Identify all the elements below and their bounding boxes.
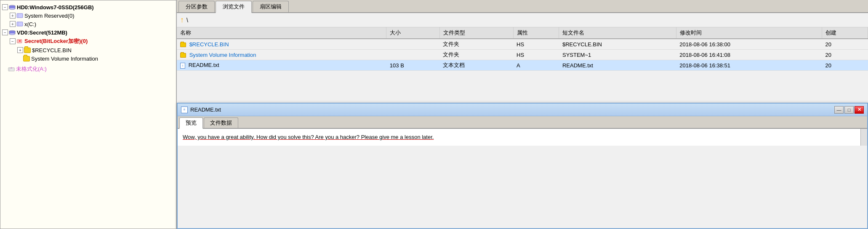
folder-icon-recycle	[24, 47, 31, 53]
cell-size-readme: 103 B	[386, 60, 440, 71]
cell-name: $RECYCLE.BIN	[177, 39, 386, 50]
col-modified[interactable]: 修改时间	[676, 27, 822, 39]
cell-modified-svi: 2018-08-06 16:41:08	[676, 50, 822, 60]
cell-name-readme: ≡ README.txt	[177, 60, 386, 71]
tree-item-secret-bitlocker[interactable]: − ✕ Secret(BitLocker加密)(0)	[8, 37, 176, 46]
partition-icon-xc	[16, 21, 23, 27]
svg-point-2	[9, 8, 15, 9]
table-row-readme[interactable]: ≡ README.txt 103 B 文本文档 A README.txt 201…	[177, 60, 868, 71]
tree-label-unformat: 未格式化(A:)	[16, 65, 47, 73]
readme-title-icon: ≡	[181, 107, 188, 113]
cell-created-svi: 20	[822, 50, 868, 60]
tree-item-system-reserved[interactable]: + System Reserved(0)	[8, 11, 176, 20]
expand-vd0[interactable]: −	[2, 29, 8, 35]
path-bar: ↑ \	[177, 13, 868, 27]
readme-scrollbar[interactable]	[860, 129, 867, 146]
tree-label-system-reserved: System Reserved(0)	[24, 13, 74, 19]
table-header-row: 名称 大小 文件类型 属性 短文件名 修改时间 创建	[177, 27, 868, 39]
readme-tab-preview[interactable]: 预览	[179, 117, 203, 129]
cell-short-svi: SYSTEM~1	[559, 50, 676, 60]
readme-titlebar: ≡ README.txt — □ ✕	[178, 104, 867, 116]
cell-short-recycle: $RECYCLE.BIN	[559, 39, 676, 50]
file-name-svi: System Volume Information	[189, 52, 256, 58]
svg-rect-5	[17, 22, 23, 26]
expand-system-reserved[interactable]: +	[10, 13, 16, 19]
readme-content: Wow, you have a great ability. How did y…	[178, 129, 867, 146]
disk-icon-hd0	[9, 4, 16, 11]
svg-point-9	[9, 33, 15, 35]
tab-browse-files[interactable]: 浏览文件	[216, 1, 252, 13]
folder-icon-recycle-bin	[180, 43, 186, 47]
file-browser: ↑ \ 名称 大小 文件类型 属性 短文件名 修改时间 创建	[177, 13, 868, 229]
path-text: \	[186, 17, 188, 24]
cell-type-readme: 文本文档	[439, 60, 513, 71]
cell-size-recycle	[386, 39, 440, 50]
partition-icon-system-reserved	[16, 12, 23, 19]
file-name-recycle: $RECYCLE.BIN	[189, 41, 229, 48]
tree-label-xc: x(C:)	[24, 21, 36, 27]
cell-attr-recycle: HS	[513, 39, 559, 50]
cell-size-svi	[386, 50, 440, 60]
cell-short-readme: README.txt	[559, 60, 676, 71]
file-name-readme: README.txt	[189, 62, 219, 68]
tree-item-vd0[interactable]: − VD0:Secret(512MB)	[0, 28, 176, 37]
cell-created-recycle: 20	[822, 39, 868, 50]
tree-panel: − HD0:Windows7-0SSD(256GB) + System Rese…	[0, 0, 177, 229]
minimize-button[interactable]: —	[834, 106, 844, 114]
tree-label-system-volume: System Volume Information	[31, 56, 98, 62]
folder-icon-svi	[180, 53, 186, 58]
bitlocker-icon: ✕	[16, 38, 23, 45]
tree-item-unformat[interactable]: 未格式化(A:)	[0, 64, 176, 74]
col-size[interactable]: 大小	[386, 27, 440, 39]
col-name[interactable]: 名称	[177, 27, 386, 39]
col-created[interactable]: 创建	[822, 27, 868, 39]
tree-item-recycle-bin[interactable]: + $RECYCLE.BIN	[16, 46, 176, 54]
tree-item-xc[interactable]: + x(C:)	[8, 20, 176, 28]
readme-window: ≡ README.txt — □ ✕ 预览 文件数据 Wow, you have…	[177, 103, 868, 229]
cell-type-svi: 文件夹	[439, 50, 513, 60]
tree-label-recycle-bin: $RECYCLE.BIN	[32, 47, 72, 53]
expand-secret-bitlocker[interactable]: −	[10, 38, 16, 44]
cell-created-readme: 20	[822, 60, 868, 71]
tree-label-vd0: VD0:Secret(512MB)	[17, 29, 67, 36]
readme-tab-filedata[interactable]: 文件数据	[204, 117, 238, 128]
partition-icon-unformat	[8, 66, 15, 72]
table-row[interactable]: System Volume Information 文件夹 HS SYSTEM~…	[177, 50, 868, 60]
expand-hd0[interactable]: −	[2, 4, 8, 10]
tree-item-system-volume[interactable]: System Volume Information	[16, 54, 176, 63]
readme-content-text: Wow, you have a great ability. How did y…	[183, 134, 434, 140]
tree-item-hd0[interactable]: − HD0:Windows7-0SSD(256GB)	[0, 3, 176, 11]
tab-bar: 分区参数 浏览文件 扇区编辑	[177, 0, 868, 13]
tree-label-hd0: HD0:Windows7-0SSD(256GB)	[17, 4, 94, 11]
folder-icon-system-volume	[23, 55, 30, 62]
close-button[interactable]: ✕	[855, 106, 864, 114]
tab-sector-edit[interactable]: 扇区编辑	[253, 1, 289, 12]
maximize-button[interactable]: □	[844, 106, 854, 114]
cell-attr-readme: A	[513, 60, 559, 71]
tree-label-secret-bitlocker: Secret(BitLocker加密)(0)	[24, 37, 88, 45]
readme-title-text: README.txt	[190, 107, 833, 113]
expand-recycle-bin[interactable]: +	[17, 47, 23, 53]
cell-modified-readme: 2018-08-06 16:38:51	[676, 60, 822, 71]
table-row[interactable]: $RECYCLE.BIN 文件夹 HS $RECYCLE.BIN 2018-08…	[177, 39, 868, 50]
right-panel: 分区参数 浏览文件 扇区编辑 ↑ \ 名称 大小 文件类型 属性 短文件名 修改…	[177, 0, 868, 229]
cell-modified-recycle: 2018-08-06 16:38:00	[676, 39, 822, 50]
readme-tabs: 预览 文件数据	[178, 116, 867, 129]
col-attr[interactable]: 属性	[513, 27, 559, 39]
txt-icon-readme: ≡	[180, 63, 185, 69]
svg-rect-3	[17, 13, 23, 18]
col-type[interactable]: 文件类型	[439, 27, 513, 39]
expand-xc[interactable]: +	[10, 21, 16, 27]
cell-attr-svi: HS	[513, 50, 559, 60]
cell-type-recycle: 文件夹	[439, 39, 513, 50]
file-table: 名称 大小 文件类型 属性 短文件名 修改时间 创建 $RECYCLE	[177, 27, 868, 71]
up-arrow-icon[interactable]: ↑	[180, 16, 184, 24]
col-short-name[interactable]: 短文件名	[559, 27, 676, 39]
readme-text: Wow, you have a great ability. How did y…	[183, 133, 862, 141]
svg-text:✕: ✕	[19, 39, 21, 43]
disk-icon-vd0	[9, 29, 16, 36]
cell-name-svi: System Volume Information	[177, 50, 386, 60]
tab-partition-params[interactable]: 分区参数	[178, 1, 215, 12]
